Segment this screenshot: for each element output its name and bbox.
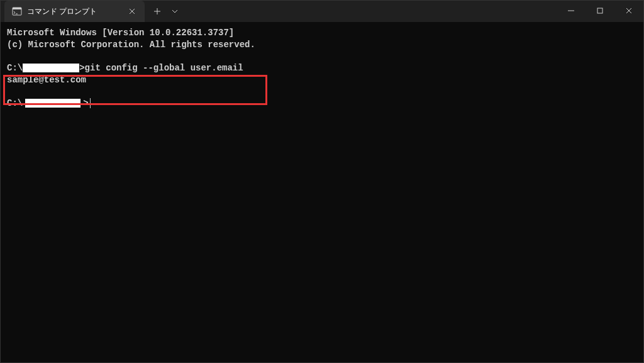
new-tab-button[interactable]: [147, 2, 167, 21]
redacted-path: [23, 64, 79, 72]
window-controls: [557, 1, 643, 22]
prompt-prefix-2: C:\: [7, 98, 23, 109]
cmd-icon: [12, 6, 22, 16]
terminal-body[interactable]: Microsoft Windows [Version 10.0.22631.37…: [1, 22, 643, 362]
copyright-line: (c) Microsoft Corporation. All rights re…: [7, 39, 637, 51]
tab-close-button[interactable]: [127, 6, 137, 16]
tab-title: コマンド プロンプト: [27, 6, 97, 17]
cursor: [90, 98, 91, 108]
prompt-prefix: C:\: [7, 62, 23, 74]
command-line-1: C:\ >git config --global user.email: [7, 62, 637, 74]
close-window-button[interactable]: [614, 1, 643, 21]
prompt-suffix: >: [83, 98, 88, 109]
maximize-button[interactable]: [586, 1, 614, 21]
command-line-2: C:\ >: [7, 98, 637, 109]
tab-cmd[interactable]: コマンド プロンプト: [4, 1, 145, 22]
svg-rect-1: [13, 8, 21, 9]
svg-rect-8: [597, 8, 602, 13]
titlebar: コマンド プロンプト: [1, 1, 643, 22]
terminal-window: コマンド プロンプト: [0, 0, 644, 363]
command-text: >git config --global user.email: [79, 62, 243, 74]
command-arg-line: sample@test.com: [7, 74, 637, 86]
redacted-path-2: [25, 99, 80, 108]
minimize-button[interactable]: [557, 1, 586, 21]
tab-dropdown-button[interactable]: [167, 2, 182, 21]
version-line: Microsoft Windows [Version 10.0.22631.37…: [7, 27, 637, 39]
